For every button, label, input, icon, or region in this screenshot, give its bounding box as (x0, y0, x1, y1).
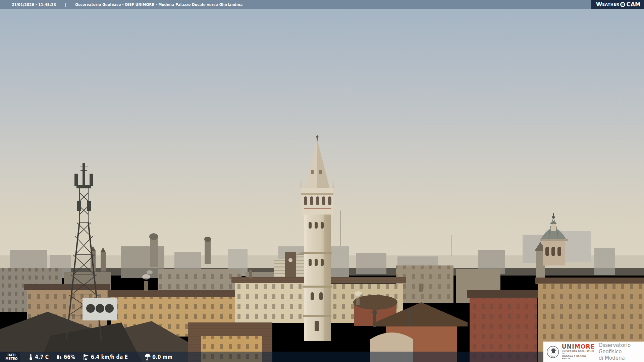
humidity-value: 66% (64, 354, 75, 360)
unimore-seal-icon: 1175 (547, 344, 559, 360)
page-title: Osservatorio Geofisico - DIEF UNIMORE - … (75, 2, 243, 7)
camera-lens-icon (620, 2, 625, 7)
svg-text:1175: 1175 (551, 355, 555, 357)
cam-label: AM (631, 1, 641, 8)
webcam-viewer: 21/01/2026 - 11:45:23 | Osservatorio Geo… (0, 0, 644, 362)
unimore-more: MORE (575, 343, 595, 350)
weather-label: EATHER (602, 2, 620, 7)
rain-icon (144, 353, 151, 361)
weathercam-watermark: WEATHER CAM (591, 0, 644, 9)
humidity-reading: 66% (56, 353, 75, 361)
unimore-credit-box: 1175 UNIMORE UNIVERSITÀ DEGLI STUDI DI M… (543, 342, 644, 362)
observatory-line2: di Modena (599, 355, 644, 361)
unimore-wordmark: UNIMORE UNIVERSITÀ DEGLI STUDI DI MODENA… (562, 344, 595, 360)
wind-value: 6.4 km/h da E (91, 354, 128, 360)
dati-meteo-label: DATI METEO (4, 353, 19, 361)
precipitation-reading: 0.0 mm (144, 353, 172, 361)
dati-line1: DATI (4, 353, 19, 357)
humidity-icon (56, 353, 62, 361)
timestamp: 21/01/2026 - 11:45:23 (12, 2, 56, 7)
precipitation-value: 0.0 mm (152, 354, 172, 360)
temperature-value: 4.7 C (35, 354, 49, 360)
webcam-photo (0, 0, 644, 362)
wind-reading: 6.4 km/h da E (83, 353, 128, 361)
unimore-subtitle2: MODENA E REGGIO EMILIA (562, 355, 595, 360)
dati-line2: METEO (4, 357, 19, 361)
observatory-name: Osservatorio Geofisico di Modena (599, 342, 644, 361)
unimore-subtitle1: UNIVERSITÀ DEGLI STUDI DI (562, 350, 595, 355)
temperature-reading: 4.7 C (28, 353, 49, 361)
unimore-uni: UNI (562, 343, 575, 350)
thermometer-icon (28, 353, 34, 361)
cam-label-initial: C (626, 1, 630, 8)
header-separator: | (65, 2, 66, 7)
header-bar: 21/01/2026 - 11:45:23 | Osservatorio Geo… (0, 0, 644, 9)
wind-icon (83, 353, 90, 361)
weather-label-initial: W (596, 1, 602, 8)
observatory-line1: Osservatorio Geofisico (599, 342, 644, 355)
